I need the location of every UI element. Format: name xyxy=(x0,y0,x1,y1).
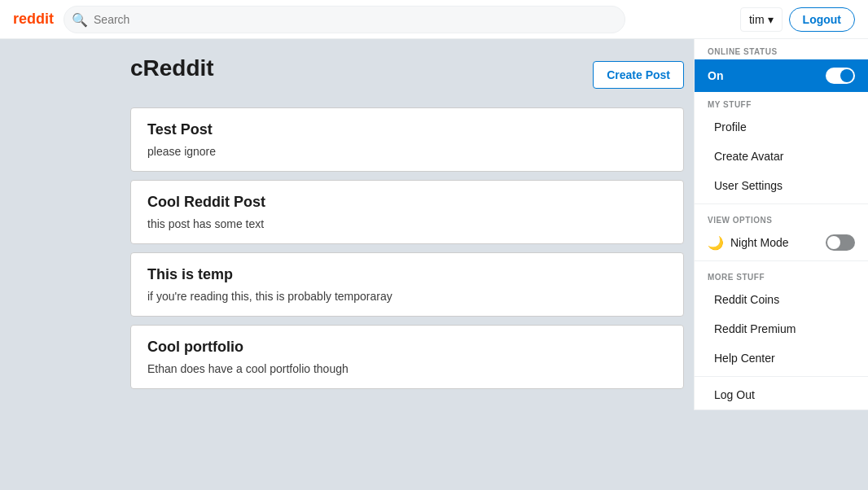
more-stuff-section-label: MORE STUFF xyxy=(695,265,868,285)
log-out-menu-item[interactable]: Log Out xyxy=(695,380,868,409)
night-mode-label: Night Mode xyxy=(730,236,789,249)
divider xyxy=(695,203,868,204)
online-status-toggle[interactable]: On xyxy=(695,59,868,92)
logo[interactable]: reddit xyxy=(13,11,54,28)
table-row: Test Post please ignore xyxy=(130,107,684,172)
post-title: Cool Reddit Post xyxy=(147,194,667,211)
reddit-coins-menu-item[interactable]: Reddit Coins xyxy=(695,285,868,314)
divider xyxy=(695,376,868,377)
search-icon: 🔍 xyxy=(72,11,88,27)
moon-icon: 🌙 xyxy=(708,235,724,251)
content-area: cReddit Create Post Test Post please ign… xyxy=(0,39,700,490)
reddit-premium-menu-item[interactable]: Reddit Premium xyxy=(695,314,868,343)
help-center-menu-item[interactable]: Help Center xyxy=(695,343,868,373)
logout-button[interactable]: Logout xyxy=(789,7,855,32)
view-options-section-label: VIEW OPTIONS xyxy=(695,208,868,228)
username-label: tim xyxy=(749,13,765,26)
post-body: please ignore xyxy=(147,145,667,158)
profile-menu-item[interactable]: Profile xyxy=(695,112,868,142)
page-title: cReddit xyxy=(130,55,214,81)
create-post-button[interactable]: Create Post xyxy=(593,61,684,89)
divider xyxy=(695,260,868,261)
main-layout: cReddit Create Post Test Post please ign… xyxy=(0,39,868,490)
post-body: Ethan does have a cool portfolio though xyxy=(147,362,667,375)
night-mode-left: 🌙 Night Mode xyxy=(708,235,789,251)
post-body: if you're reading this, this is probably… xyxy=(147,290,667,303)
table-row: Cool portfolio Ethan does have a cool po… xyxy=(130,325,684,389)
post-title: This is temp xyxy=(147,266,667,283)
post-body: this post has some text xyxy=(147,217,667,230)
night-mode-row: 🌙 Night Mode xyxy=(695,228,868,257)
posts-list: Test Post please ignore Cool Reddit Post… xyxy=(130,107,684,389)
online-status-label: On xyxy=(708,69,723,82)
user-menu-button[interactable]: tim ▾ xyxy=(740,7,783,32)
header: reddit 🔍 tim ▾ Logout xyxy=(0,0,868,39)
dropdown-panel: ONLINE STATUS On MY STUFF Profile Create… xyxy=(694,39,868,410)
search-input[interactable] xyxy=(64,6,625,33)
search-bar: 🔍 xyxy=(64,6,625,33)
table-row: Cool Reddit Post this post has some text xyxy=(130,180,684,244)
chevron-down-icon: ▾ xyxy=(768,13,774,26)
post-title: Test Post xyxy=(147,121,667,138)
online-status-section-label: ONLINE STATUS xyxy=(695,39,868,59)
create-post-area: cReddit Create Post xyxy=(130,55,684,94)
create-avatar-menu-item[interactable]: Create Avatar xyxy=(695,142,868,171)
my-stuff-section-label: MY STUFF xyxy=(695,92,868,112)
night-mode-toggle[interactable] xyxy=(826,234,855,251)
user-settings-menu-item[interactable]: User Settings xyxy=(695,171,868,200)
post-title: Cool portfolio xyxy=(147,339,667,356)
table-row: This is temp if you're reading this, thi… xyxy=(130,252,684,317)
header-right: tim ▾ Logout xyxy=(740,7,855,32)
toggle-on-indicator xyxy=(826,68,855,84)
